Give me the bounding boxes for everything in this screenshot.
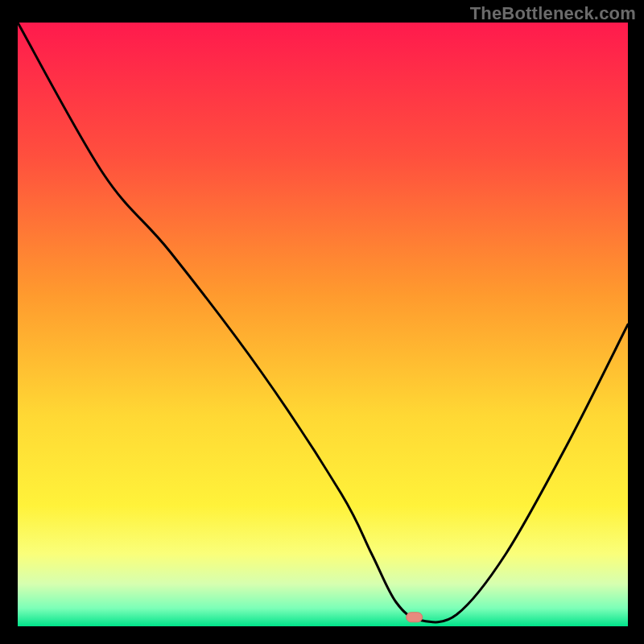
watermark-text: TheBottleneck.com: [470, 3, 636, 24]
chart-frame: TheBottleneck.com: [0, 0, 644, 644]
optimum-marker: [407, 613, 423, 622]
plot-area: [18, 23, 628, 626]
gradient-bg: [18, 23, 628, 626]
bottleneck-plot-svg: [18, 23, 628, 626]
